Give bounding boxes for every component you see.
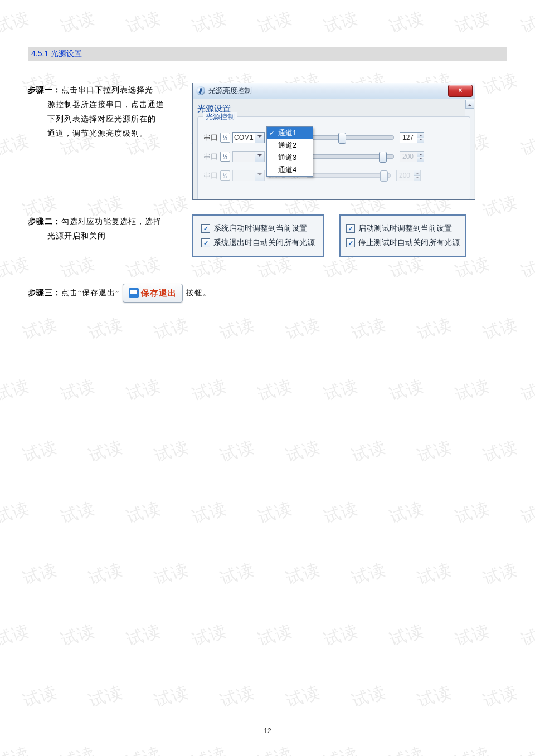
spin-buttons (417, 152, 424, 162)
step2-label: 步骤二： (28, 217, 61, 226)
section-heading-bar: 4.5.1 光源设置 (28, 47, 507, 61)
com-port-combo[interactable]: COM1 (232, 132, 265, 143)
group-light-control: 光源控制 串口 ½ COM1 (197, 116, 470, 200)
checkbox[interactable] (201, 224, 210, 233)
slider-thumb[interactable] (379, 152, 387, 163)
checkbox-panel-right: 启动测试时调整到当前设置 停止测试时自动关闭所有光源 (339, 214, 466, 257)
section-label: 光源设置 (197, 104, 470, 114)
brightness-spin-2: 200 (400, 151, 424, 162)
com-port-combo-3[interactable] (232, 170, 265, 181)
close-button[interactable]: × (448, 85, 473, 97)
dropdown-option[interactable]: 通道2 (267, 139, 313, 152)
app-icon (196, 86, 205, 95)
spin-buttons[interactable] (417, 133, 424, 143)
checkbox-label: 系统退出时自动关闭所有光源 (213, 238, 315, 248)
com-port-combo-2[interactable] (232, 151, 265, 162)
page-number: 12 (0, 727, 535, 735)
spin-buttons (414, 170, 420, 181)
section-heading: 4.5.1 光源设置 (31, 49, 82, 58)
screenshot-dialog: 光源亮度控制 × 光源设置 光源控制 串口 ½ (192, 83, 475, 200)
dialog-titlebar: 光源亮度控制 × (193, 83, 475, 99)
step1-text: 步骤一：点击串口下拉列表选择光 源控制器所连接串口，点击通道 下列列表选择对应光… (28, 83, 192, 141)
checkbox[interactable] (346, 224, 355, 233)
step2-text: 步骤二：勾选对应功能复选框，选择 光源开启和关闭 (28, 214, 192, 243)
step3-text: 步骤三： 点击“保存退出” 保存退出 按钮。 (28, 284, 507, 303)
checkbox-panel-left: 系统启动时调整到当前设置 系统退出时自动关闭所有光源 (192, 214, 324, 257)
step3-label: 步骤三： (28, 288, 61, 298)
save-exit-button[interactable]: 保存退出 (123, 284, 183, 303)
save-icon (129, 288, 139, 298)
dropdown-option[interactable]: 通道1 (267, 127, 313, 139)
brightness-spin-1[interactable]: 127 (400, 132, 424, 143)
chevron-down-icon (255, 133, 264, 143)
label-serial-2: 串口 (203, 152, 220, 162)
slider-thumb[interactable] (338, 133, 346, 144)
scroll-up-icon[interactable] (465, 100, 474, 109)
checkbox-label: 启动测试时调整到当前设置 (358, 223, 452, 233)
slider-thumb[interactable] (380, 170, 388, 182)
brightness-spin-3: 200 (396, 170, 421, 181)
chevron-down-icon (255, 170, 264, 181)
dialog-title: 光源亮度控制 (208, 86, 252, 96)
toggle-icon[interactable]: ½ (220, 133, 230, 143)
checkbox[interactable] (201, 238, 210, 247)
toggle-icon-2[interactable]: ½ (220, 152, 230, 162)
chevron-down-icon (255, 152, 264, 162)
groupbox-title: 光源控制 (203, 112, 237, 122)
checkbox-label: 系统启动时调整到当前设置 (213, 223, 307, 233)
dropdown-option[interactable]: 通道3 (267, 152, 313, 164)
brightness-slider-3[interactable] (306, 173, 391, 178)
checkbox[interactable] (346, 238, 355, 247)
toggle-icon-3[interactable]: ½ (220, 170, 230, 181)
step1-label: 步骤一： (28, 86, 61, 94)
channel-dropdown[interactable]: 通道1 通道2 通道3 通道4 (266, 126, 313, 177)
label-serial-3: 串口 (203, 170, 220, 181)
label-serial: 串口 (203, 133, 220, 143)
dropdown-option[interactable]: 通道4 (267, 164, 313, 176)
checkbox-label: 停止测试时自动关闭所有光源 (358, 238, 460, 248)
